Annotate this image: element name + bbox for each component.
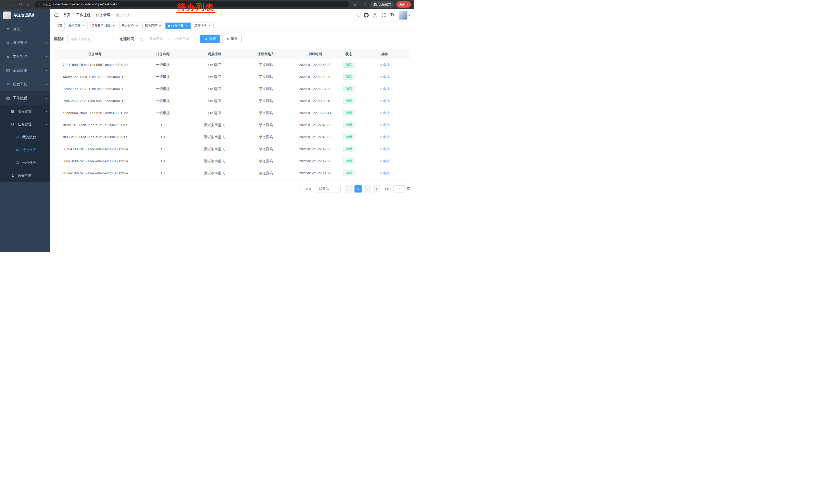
approve-link[interactable]: ✎审批 bbox=[380, 87, 389, 91]
date-range-picker[interactable]: 开始日期 - 结束日期 bbox=[137, 35, 197, 43]
font-size-icon[interactable]: TT bbox=[390, 13, 395, 17]
sidebar-menu: 首页 ⚙ 系统管理 ▾ ¥ 支付管理 ▾ 基础设施 ▾ ⚒ 研发工具 bbox=[0, 22, 50, 182]
home-icon[interactable]: ⌂ bbox=[25, 1, 31, 8]
page-button-1[interactable]: 1 bbox=[355, 185, 362, 192]
key-icon[interactable] bbox=[352, 1, 359, 8]
tab-label: 已办任务 bbox=[122, 24, 134, 28]
logo[interactable]: 芋道管理系统 bbox=[0, 9, 50, 22]
process-name-label: 流程名 bbox=[54, 37, 65, 41]
github-icon[interactable] bbox=[364, 13, 369, 18]
page-button-2[interactable]: 2 bbox=[364, 185, 371, 192]
tab-my-process[interactable]: 我的流程 × bbox=[142, 22, 164, 29]
chrome-right-cluster: ☆ 无痕模式 更新 ⋮ bbox=[352, 1, 412, 8]
sidebar: 芋道管理系统 首页 ⚙ 系统管理 ▾ ¥ 支付管理 ▾ bbox=[0, 9, 50, 252]
user-menu[interactable]: ▾ bbox=[399, 11, 410, 20]
sidebar-item-todo-task[interactable]: 待办任务 bbox=[0, 144, 50, 156]
approve-link[interactable]: ✎审批 bbox=[380, 75, 389, 79]
close-icon[interactable]: × bbox=[158, 24, 162, 28]
search-button[interactable]: 搜索 bbox=[200, 35, 220, 43]
tab-start-process[interactable]: 发起流程 × bbox=[66, 22, 88, 29]
tab-todo-task[interactable]: 待办任务 × bbox=[165, 22, 191, 29]
approve-link[interactable]: ✎审批 bbox=[380, 135, 389, 139]
reset-button[interactable]: ↻ 重置 bbox=[222, 35, 242, 43]
close-icon[interactable]: × bbox=[135, 24, 139, 28]
breadcrumb: 首页 / 工作流程 / 任务管理 / 待办任务 bbox=[64, 13, 130, 17]
sidebar-item-home[interactable]: 首页 bbox=[0, 22, 50, 36]
breadcrumb-home[interactable]: 首页 bbox=[64, 13, 71, 17]
approve-link[interactable]: ✎审批 bbox=[380, 62, 389, 67]
approve-link[interactable]: ✎审批 bbox=[380, 111, 389, 116]
approve-link[interactable]: ✎审批 bbox=[380, 99, 389, 103]
cell-initiator: 芋道源码 bbox=[240, 119, 292, 131]
fullscreen-icon[interactable] bbox=[382, 13, 386, 17]
cell-status: 激活 bbox=[339, 83, 359, 95]
total-count: 共 16 条 bbox=[300, 187, 312, 191]
security-label[interactable]: 不安全 bbox=[42, 2, 51, 7]
sidebar-item-payment[interactable]: ¥ 支付管理 ▾ bbox=[0, 50, 50, 63]
url-text[interactable]: dashboard.yudao.iocoder.cn/bpm/task/todo bbox=[55, 3, 117, 6]
column-header-initiator: 流程发起人 bbox=[240, 49, 292, 59]
close-icon[interactable]: × bbox=[82, 24, 85, 28]
sidebar-item-done-task[interactable]: 已办任务 bbox=[0, 156, 50, 169]
star-icon[interactable]: ☆ bbox=[361, 1, 368, 8]
back-icon[interactable]: ← bbox=[2, 1, 9, 8]
help-icon[interactable]: ? bbox=[373, 13, 377, 17]
tab-process-form-edit[interactable]: 流程表单-编辑 × bbox=[89, 22, 118, 29]
start-date-placeholder[interactable]: 开始日期 bbox=[144, 37, 167, 41]
todo-task-table: 任务编号 任务名称 所属流程 流程发起人 创建时间 状态 操作 73211d9d… bbox=[54, 49, 410, 179]
sidebar-item-process-management[interactable]: 流程管理 ▾ bbox=[0, 105, 50, 118]
incognito-badge: 无痕模式 bbox=[370, 1, 394, 8]
sidebar-item-infrastructure[interactable]: 基础设施 ▾ bbox=[0, 63, 50, 78]
close-icon[interactable]: × bbox=[208, 24, 211, 28]
forward-icon[interactable]: → bbox=[9, 1, 16, 8]
breadcrumb-task-management[interactable]: 任务管理 bbox=[96, 13, 110, 17]
tab-done-task[interactable]: 已办任务 × bbox=[119, 22, 141, 29]
close-icon[interactable]: × bbox=[185, 24, 188, 28]
tab-process-detail[interactable]: 流程详情 × bbox=[192, 22, 214, 29]
stacked-squares-icon bbox=[10, 123, 15, 126]
sidebar-item-workflow[interactable]: 工作流程 ▴ bbox=[0, 91, 50, 105]
next-page-button[interactable]: › bbox=[373, 185, 380, 192]
cell-status: 激活 bbox=[339, 95, 359, 107]
breadcrumb-workflow[interactable]: 工作流程 bbox=[76, 13, 90, 17]
sidebar-item-leave-query[interactable]: 请假查询 bbox=[0, 169, 50, 182]
process-name-input[interactable] bbox=[68, 35, 114, 43]
sidebar-item-my-process[interactable]: 我的流程 bbox=[0, 131, 50, 144]
edit-icon: ✎ bbox=[380, 111, 382, 115]
menu-dots-icon[interactable]: ⋮ bbox=[406, 2, 410, 6]
cell-status: 激活 bbox=[339, 119, 359, 131]
cell-created: 2022-01-22 21:48:48 bbox=[292, 71, 339, 83]
sidebar-item-devtools[interactable]: ⚒ 研发工具 ▾ bbox=[0, 78, 50, 91]
approve-link[interactable]: ✎审批 bbox=[380, 171, 389, 176]
reload-icon[interactable]: ↻ bbox=[17, 1, 24, 8]
update-button[interactable]: 更新 ⋮ bbox=[396, 1, 411, 8]
annotation-text: 待办列表 bbox=[176, 2, 215, 13]
goto-label: 前往 bbox=[385, 187, 391, 191]
page-size-select[interactable]: 10条/页 ▾ bbox=[316, 185, 341, 193]
tab-label: 流程详情 bbox=[194, 24, 206, 28]
close-icon[interactable]: × bbox=[112, 24, 116, 28]
sidebar-toggle-icon[interactable] bbox=[54, 13, 59, 17]
breadcrumb-separator: / bbox=[113, 13, 114, 17]
cell-status: 激活 bbox=[339, 167, 359, 179]
sidebar-item-system[interactable]: ⚙ 系统管理 ▾ bbox=[0, 36, 50, 50]
status-badge: 激活 bbox=[343, 146, 355, 152]
tab-home[interactable]: 首页 bbox=[54, 22, 65, 29]
cell-task-id: 73211d9d-7b9b-11ec-b5b7-acde48001122 bbox=[54, 59, 136, 71]
sidebar-item-task-management[interactable]: 任务管理 ▴ bbox=[0, 118, 50, 131]
chevron-down-icon: ▾ bbox=[337, 188, 338, 190]
check-circle-icon bbox=[15, 161, 20, 165]
approve-link[interactable]: ✎审批 bbox=[380, 147, 389, 151]
approve-link[interactable]: ✎审批 bbox=[380, 159, 389, 164]
cell-process: OA 请假 bbox=[189, 83, 240, 95]
goto-page-input[interactable] bbox=[394, 185, 405, 192]
cell-process: 测试多审批人 bbox=[189, 131, 240, 143]
column-header-created: 创建时间 bbox=[292, 49, 339, 59]
search-icon[interactable] bbox=[355, 13, 359, 17]
avatar[interactable] bbox=[399, 11, 408, 20]
end-date-placeholder[interactable]: 结束日期 bbox=[171, 37, 194, 41]
navbar: 首页 / 工作流程 / 任务管理 / 待办任务 ? TT bbox=[50, 9, 414, 21]
cell-initiator: 芋道源码 bbox=[240, 59, 292, 71]
approve-link[interactable]: ✎审批 bbox=[380, 123, 389, 127]
prev-page-button[interactable]: ‹ bbox=[345, 185, 353, 192]
